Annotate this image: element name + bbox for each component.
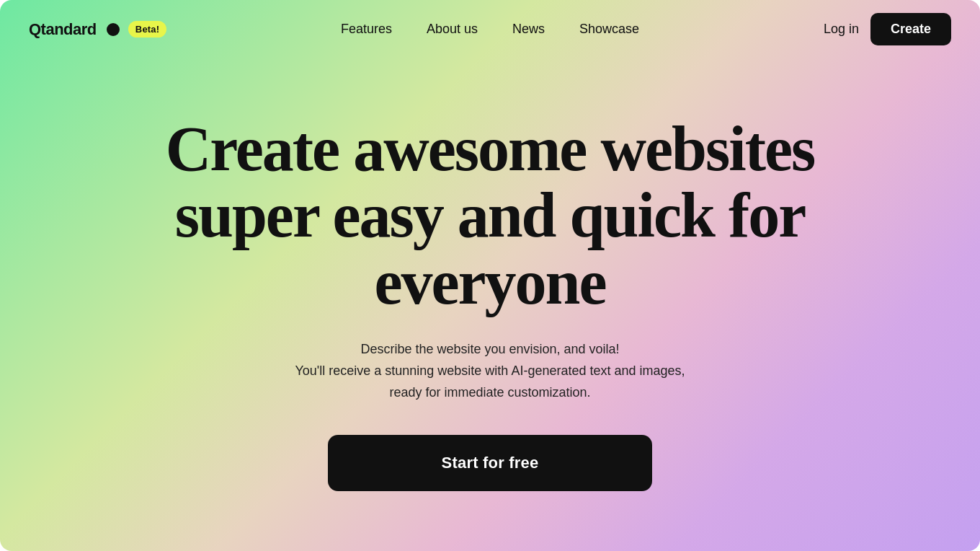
logo-dot-icon — [107, 23, 120, 36]
navbar: Qtandard Beta! Features About us News Sh… — [0, 0, 980, 58]
nav-link-about[interactable]: About us — [427, 22, 478, 37]
hero-section: Create awesome websites super easy and q… — [0, 58, 980, 491]
hero-title-line1: Create awesome websites — [166, 114, 815, 184]
navbar-right: Log in Create — [824, 13, 951, 45]
hero-subtitle: Describe the website you envision, and v… — [295, 339, 685, 403]
hero-subtitle-line1: Describe the website you envision, and v… — [360, 342, 619, 356]
nav-link-news[interactable]: News — [512, 22, 545, 37]
beta-badge: Beta! — [128, 21, 167, 38]
login-button[interactable]: Log in — [824, 22, 859, 37]
create-button[interactable]: Create — [870, 13, 951, 45]
nav-link-showcase[interactable]: Showcase — [579, 22, 639, 37]
hero-subtitle-line2: You'll receive a stunning website with A… — [295, 363, 685, 378]
nav-link-features[interactable]: Features — [341, 22, 392, 37]
hero-title: Create awesome websites super easy and q… — [94, 116, 886, 316]
navbar-center: Features About us News Showcase — [341, 22, 639, 37]
hero-title-line2: super easy and quick for everyone — [175, 180, 806, 317]
logo-text: Qtandard — [29, 20, 97, 39]
navbar-left: Qtandard Beta! — [29, 20, 166, 39]
page-wrapper: Qtandard Beta! Features About us News Sh… — [0, 0, 980, 551]
hero-subtitle-line3: ready for immediate customization. — [389, 385, 590, 400]
hero-cta-button[interactable]: Start for free — [328, 435, 652, 491]
